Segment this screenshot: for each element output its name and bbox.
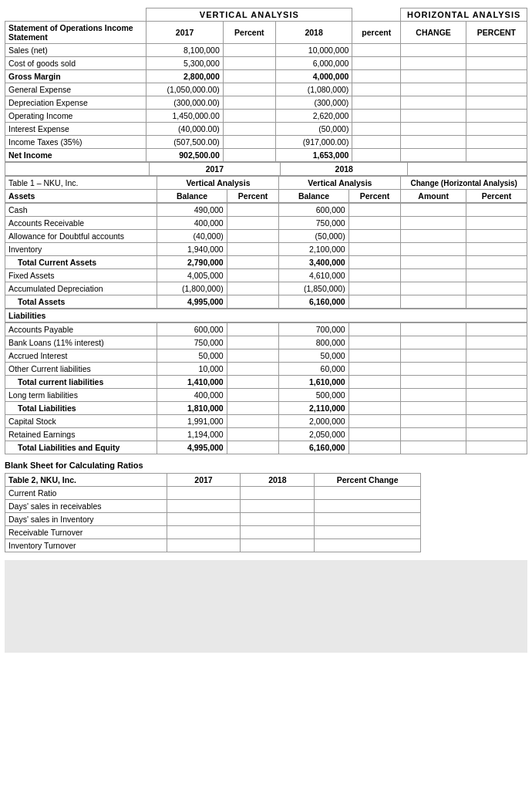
assets-table: Cash 490,000 600,000 Accounts Receivable…: [5, 203, 527, 309]
income-row-2017: 2,800,000: [146, 70, 224, 83]
table2-row: Current Ratio: [5, 487, 421, 500]
liability-row-percent2: [348, 363, 401, 376]
income-row-percent2: [352, 96, 401, 110]
liability-row-percent: [227, 363, 279, 376]
income-row-change: [401, 57, 466, 70]
liability-row: Total current liabilities 1,410,000 1,61…: [5, 376, 527, 389]
asset-row-label: Allowance for Doubtful accounts: [5, 230, 157, 243]
liability-row-label: Total Liabilities and Equity: [5, 441, 157, 454]
table2-row-label: Inventory Turnover: [5, 539, 167, 552]
liability-row-percent3: [466, 336, 527, 349]
liabilities-header-row: Liabilities: [5, 309, 527, 322]
liability-row-amount: [401, 415, 466, 428]
income-row-2017: 1,450,000.00: [146, 110, 224, 123]
year-label-table: 2017 2018: [5, 162, 527, 176]
table2-row-2017: [167, 539, 241, 552]
asset-row: Inventory 1,940,000 2,100,000: [5, 243, 527, 256]
liability-row-percent2: [348, 323, 401, 336]
income-row-2018: (300,000): [275, 96, 352, 110]
asset-row-2018: 4,610,000: [279, 269, 348, 282]
income-row-2017: (507,500.00): [146, 136, 224, 149]
liability-row-percent: [227, 441, 279, 454]
income-row-percent: [223, 136, 275, 149]
income-row: Operating Income 1,450,000.00 2,620,000: [5, 110, 527, 123]
liability-row-2017: 600,000: [157, 323, 227, 336]
asset-row-amount: [401, 217, 466, 230]
table2-row-percent-change: [315, 513, 421, 526]
liability-row-percent: [227, 389, 279, 402]
income-row-percent3: [466, 83, 527, 96]
income-row-label: General Expense: [5, 83, 146, 96]
table2-row-2018: [241, 526, 315, 539]
liability-row-percent2: [348, 376, 401, 389]
asset-row-amount: [401, 230, 466, 243]
liabilities-table: Accounts Payable 600,000 700,000 Bank Lo…: [5, 322, 527, 454]
income-row-2017: (1,050,000.00): [146, 83, 224, 96]
liability-row-amount: [401, 349, 466, 363]
assets-body: Cash 490,000 600,000 Accounts Receivable…: [5, 204, 527, 309]
income-row-percent: [223, 83, 275, 96]
liability-row-2018: 60,000: [279, 363, 348, 376]
liability-row-percent: [227, 428, 279, 441]
income-row-2017: 5,300,000: [146, 57, 224, 70]
asset-row-2017: 490,000: [157, 204, 227, 217]
asset-row-percent: [227, 256, 279, 269]
asset-row-percent2: [348, 256, 401, 269]
asset-row-percent: [227, 217, 279, 230]
asset-row-2018: 2,100,000: [279, 243, 348, 256]
income-row: Cost of goods sold 5,300,000 6,000,000: [5, 57, 527, 70]
liability-row-2017: 1,194,000: [157, 428, 227, 441]
liability-row-amount: [401, 428, 466, 441]
asset-row-percent3: [466, 243, 527, 256]
liability-row-percent2: [348, 441, 401, 454]
liability-row-percent3: [466, 376, 527, 389]
liability-row-percent: [227, 349, 279, 363]
liability-row-amount: [401, 441, 466, 454]
blank-section-title: Blank Sheet for Calculating Ratios: [5, 461, 527, 470]
income-row-2017: (300,000.00): [146, 96, 224, 110]
liability-row-percent3: [466, 363, 527, 376]
asset-row-label: Accumulated Depreciation: [5, 282, 157, 295]
liability-row-percent2: [348, 349, 401, 363]
liability-row-label: Other Current liabilities: [5, 363, 157, 376]
asset-row-2018: 3,400,000: [279, 256, 348, 269]
liability-row-percent2: [348, 415, 401, 428]
income-row-2018: 2,620,000: [275, 110, 352, 123]
income-row-label: Gross Margin: [5, 70, 146, 83]
income-row: Sales (net) 8,100,000 10,000,000: [5, 44, 527, 57]
table1-title: Table 1 – NKU, Inc.: [5, 177, 157, 190]
table2-row: Days' sales in receivables: [5, 500, 421, 513]
liability-row-percent2: [348, 402, 401, 415]
asset-row-2017: 400,000: [157, 217, 227, 230]
asset-row-2018: (50,000): [279, 230, 348, 243]
table2-body: Current Ratio Days' sales in receivables…: [5, 487, 421, 552]
asset-row-amount: [401, 243, 466, 256]
liability-row-percent2: [348, 336, 401, 349]
income-row-change: [401, 149, 466, 162]
income-row-percent: [223, 44, 275, 57]
income-row-label: Depreciation Expense: [5, 96, 146, 110]
amount-header: Amount: [401, 190, 466, 203]
table2-2018-header: 2018: [241, 474, 315, 487]
table2-header-row: Table 2, NKU, Inc. 2017 2018 Percent Cha…: [5, 474, 421, 487]
liability-row-amount: [401, 336, 466, 349]
table2-row-2018: [241, 513, 315, 526]
asset-row-percent: [227, 204, 279, 217]
liability-row-2017: 4,995,000: [157, 441, 227, 454]
table2-row-percent-change: [315, 487, 421, 500]
percent2-header-t1: Percent: [348, 190, 401, 203]
gray-footer: [5, 560, 527, 653]
income-row-2018: 6,000,000: [275, 57, 352, 70]
vertical-analysis-label2: Vertical Analysis: [279, 177, 401, 190]
table1-header-table: Table 1 – NKU, Inc. Vertical Analysis Ve…: [5, 176, 527, 203]
liability-row-percent2: [348, 428, 401, 441]
income-row-percent2: [352, 149, 401, 162]
liability-row: Long term liabilities 400,000 500,000: [5, 389, 527, 402]
income-row-percent2: [352, 110, 401, 123]
asset-row-2017: 2,790,000: [157, 256, 227, 269]
percent2-header: percent: [352, 22, 401, 44]
asset-row-percent3: [466, 204, 527, 217]
liability-row: Bank Loans (11% interest) 750,000 800,00…: [5, 336, 527, 349]
asset-row-2017: 4,005,000: [157, 269, 227, 282]
liability-row-label: Bank Loans (11% interest): [5, 336, 157, 349]
